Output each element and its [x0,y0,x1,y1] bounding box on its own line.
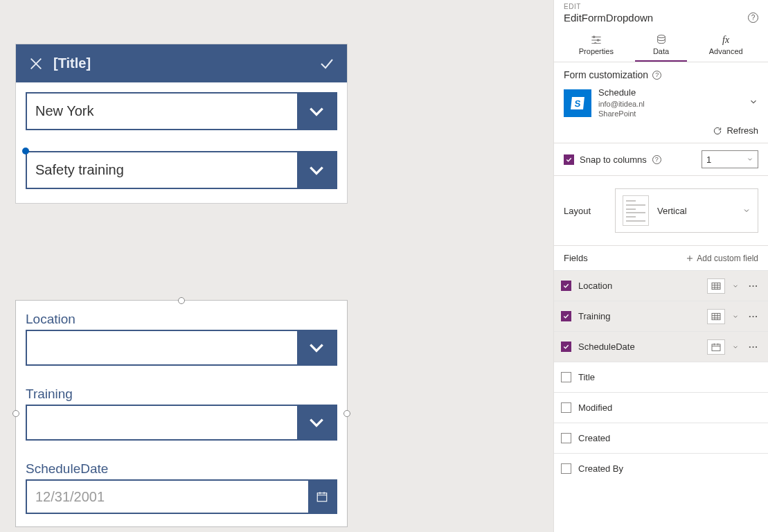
svg-rect-5 [712,283,720,289]
field-more-button[interactable]: ··· [746,342,761,352]
snap-columns-select[interactable]: 1 [702,150,758,168]
add-field-label: Add custom field [697,254,758,263]
refresh-icon [713,126,722,136]
layout-select[interactable]: Vertical [615,188,758,233]
resize-handle-left[interactable] [12,410,19,417]
scheduledate-input[interactable]: 12/31/2001 [26,479,337,514]
field-name: Created [578,433,761,443]
field-row[interactable]: Location··· [554,270,768,301]
chevron-down-icon [742,206,751,215]
chevron-down-icon[interactable] [297,94,336,129]
field-type-icon[interactable] [707,339,725,355]
form-customization-section: Form customization ? S Schedule info@iti… [554,62,768,143]
data-source-name: Schedule [598,87,742,99]
field-row[interactable]: Title [554,362,768,392]
layout-thumb-icon [623,195,649,226]
training-value-dropdown[interactable]: Safety training [26,151,337,189]
snap-checkbox[interactable] [564,154,574,165]
dropdown-value [27,406,297,439]
chevron-down-icon[interactable] [732,344,739,351]
layout-label: Layout [564,206,605,216]
field-checkbox[interactable] [561,402,571,413]
resize-handle-right[interactable] [343,410,350,417]
chevron-down-icon[interactable] [732,313,739,320]
svg-rect-7 [712,344,720,351]
plus-icon [686,254,694,263]
location-dropdown[interactable] [26,330,337,366]
training-dropdown[interactable] [26,405,337,441]
field-name: Title [578,372,761,382]
data-source-meta: Schedule info@itidea.nl SharePoint [598,87,742,118]
panel-mode-label: EDIT [564,3,758,10]
design-canvas: [Title] New York Safety training [0,0,554,532]
field-row[interactable]: ScheduleDate··· [554,331,768,362]
svg-rect-0 [317,493,327,502]
tab-data[interactable]: Data [629,30,694,62]
sharepoint-icon: S [564,89,591,117]
field-name: ScheduleDate [578,342,700,352]
field-checkbox[interactable] [561,311,571,321]
tab-advanced[interactable]: fx Advanced [693,30,758,62]
dropdown-value: New York [27,94,297,129]
calendar-icon[interactable] [308,481,336,513]
data-source-connector: SharePoint [598,109,742,118]
field-more-button[interactable]: ··· [746,311,761,321]
properties-panel: EDIT EditFormDropdown ? Properties [553,0,768,532]
add-custom-field-button[interactable]: Add custom field [686,254,758,263]
phone-screen: [Title] New York Safety training [15,44,348,204]
scheduledate-label: ScheduleDate [26,461,337,477]
field-type-icon[interactable] [707,309,725,324]
field-row[interactable]: Modified [554,392,768,423]
dropdown-value: Safety training [27,152,297,188]
tab-label: Data [653,47,669,55]
help-icon[interactable]: ? [652,155,661,164]
field-checkbox[interactable] [561,342,571,352]
location-value-dropdown[interactable]: New York [26,92,337,130]
sliders-icon [591,35,602,44]
control-name: EditFormDropdown [564,12,653,24]
fields-header: Fields Add custom field [554,245,768,270]
form-title: [Title] [53,55,316,71]
panel-tabs: Properties Data fx Advanced [564,30,758,62]
help-icon[interactable]: ? [748,12,758,23]
data-source-row[interactable]: S Schedule info@itidea.nl SharePoint [564,87,758,118]
field-checkbox[interactable] [561,281,571,291]
accept-icon[interactable] [316,53,337,74]
close-icon[interactable] [26,53,46,74]
fields-list: Location···Training···ScheduleDate···Tit… [554,270,768,484]
fields-label: Fields [564,253,588,263]
selection-indicator-icon [22,148,29,154]
refresh-button[interactable]: Refresh [564,125,758,136]
field-row[interactable]: Created [554,423,768,453]
field-more-button[interactable]: ··· [746,281,761,291]
chevron-down-icon[interactable] [297,331,336,364]
chevron-down-icon[interactable] [749,97,758,109]
field-type-icon[interactable] [707,278,725,294]
chevron-down-icon [747,156,753,163]
chevron-down-icon[interactable] [297,152,336,188]
resize-handle-top[interactable] [178,297,185,304]
dropdown-value [27,331,297,364]
chevron-down-icon[interactable] [297,406,336,439]
date-placeholder: 12/31/2001 [27,481,308,513]
field-row[interactable]: Created By [554,453,768,484]
data-source-account: info@itidea.nl [598,99,742,109]
tab-label: Advanced [709,47,743,55]
field-row[interactable]: Training··· [554,301,768,331]
fx-icon: fx [720,35,731,44]
field-checkbox[interactable] [561,372,571,382]
location-label: Location [26,312,337,327]
edit-form-selected[interactable]: Location Training ScheduleDate 12/31/200… [15,300,348,527]
training-label: Training [26,387,337,402]
database-icon [656,35,667,44]
chevron-down-icon[interactable] [732,283,739,290]
field-checkbox[interactable] [561,433,571,443]
field-checkbox[interactable] [561,463,571,474]
section-title: Form customization [564,69,648,80]
field-name: Training [578,311,700,321]
help-icon[interactable]: ? [652,71,661,80]
tab-label: Properties [579,47,614,55]
custom-dropdown-group: New York Safety training [16,82,347,203]
tab-properties[interactable]: Properties [564,30,629,62]
refresh-label: Refresh [726,125,758,136]
